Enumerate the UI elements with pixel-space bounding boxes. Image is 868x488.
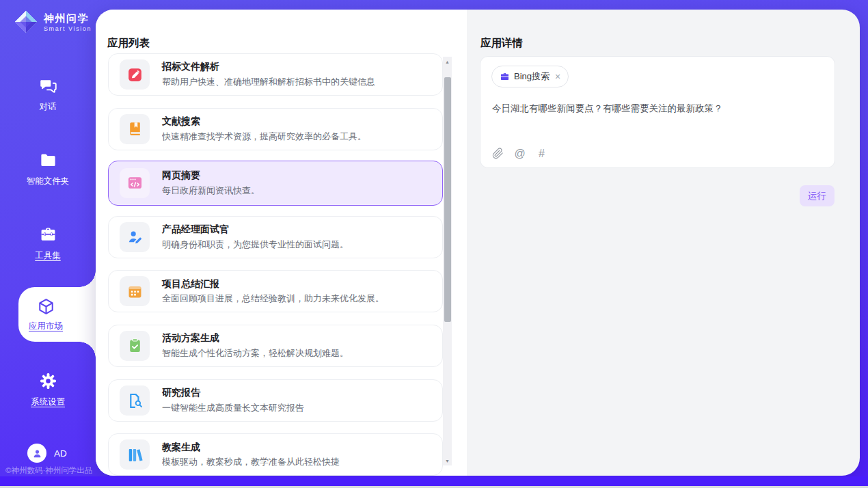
bottom-bar xyxy=(0,476,868,486)
research-report-icon xyxy=(126,392,144,409)
chat-bubbles-icon xyxy=(39,77,57,95)
app-card-title: 项目总结汇报 xyxy=(162,277,384,291)
literature-book-icon xyxy=(126,120,144,137)
brand-subtitle: Smart Vision xyxy=(44,25,92,32)
sidebar-item-label: 智能文件夹 xyxy=(27,176,70,187)
brand-logo: 神州问学 Smart Vision xyxy=(13,9,92,35)
app-card-desc: 明确身份和职责，为您提供专业性的面试问题。 xyxy=(162,238,349,252)
user-initials: AD xyxy=(54,448,67,459)
app-list-title: 应用列表 xyxy=(107,36,150,51)
webpage-icon xyxy=(126,174,144,191)
app-card[interactable]: 文献搜索 快速精准查找学术资源，提高研究效率的必备工具。 xyxy=(108,108,443,150)
app-card-title: 招标文件解析 xyxy=(162,60,375,74)
activity-clipboard-icon xyxy=(126,337,144,354)
app-card-desc: 帮助用户快速、准确地理解和解析招标书中的关键信息 xyxy=(162,75,375,89)
app-card-title: 网页摘要 xyxy=(162,169,260,182)
toolbox-icon xyxy=(39,226,57,244)
app-card-title: 产品经理面试官 xyxy=(162,223,349,236)
app-icon-tile xyxy=(120,59,150,90)
app-card-desc: 全面回顾项目进展，总结经验教训，助力未来优化发展。 xyxy=(162,292,384,306)
app-card-desc: 智能生成个性化活动方案，轻松解决规划难题。 xyxy=(162,347,349,360)
summary-calendar-icon xyxy=(126,283,144,300)
briefcase-icon xyxy=(500,72,510,82)
app-card[interactable]: 研究报告 一键智能生成高质量长文本研究报告 xyxy=(108,379,443,422)
content-area: 应用列表 招标文件解析 帮助用户快速、准确地理解和解析招标书中的关键信息 文献搜… xyxy=(96,10,860,476)
app-detail-panel: 应用详情 Bing搜索 × 今日湖北有哪些新闻要点？有哪些需要关注的最新政策？ … xyxy=(467,10,860,476)
sidebar-item-label: 对话 xyxy=(40,101,57,113)
app-card[interactable]: 招标文件解析 帮助用户快速、准确地理解和解析招标书中的关键信息 xyxy=(108,53,443,96)
app-card[interactable]: 教案生成 模板驱动，教案秒成，教学准备从此轻松快捷 xyxy=(108,433,443,476)
sidebar: 神州问学 Smart Vision 对话 智能文件夹 工具集 应用市场 系统设置 xyxy=(0,0,96,476)
close-icon[interactable]: × xyxy=(555,72,560,81)
brand-name: 神州问学 xyxy=(44,12,92,25)
active-tab-notch-bottom xyxy=(79,342,96,358)
app-card-desc: 每日政府新闻资讯快查。 xyxy=(162,184,260,198)
sidebar-item-system-settings[interactable]: 系统设置 xyxy=(0,372,96,408)
scrollbar-up-button[interactable]: ▲ xyxy=(443,57,452,66)
scrollbar-thumb[interactable] xyxy=(444,77,451,322)
app-card[interactable]: 项目总结汇报 全面回顾项目进展，总结经验教训，助力未来优化发展。 xyxy=(108,270,443,312)
app-icon-tile xyxy=(120,114,150,144)
lesson-books-icon xyxy=(126,446,144,463)
prompt-input-card[interactable]: Bing搜索 × 今日湖北有哪些新闻要点？有哪些需要关注的最新政策？ @ # xyxy=(480,56,835,168)
sidebar-item-label: 应用市场 xyxy=(29,321,63,332)
brand-diamond-icon xyxy=(13,9,39,35)
scrollbar-down-button[interactable]: ▼ xyxy=(443,456,452,465)
app-icon-tile xyxy=(120,276,150,306)
sidebar-item-chat[interactable]: 对话 xyxy=(0,77,96,113)
avatar-person-icon xyxy=(31,448,43,459)
hash-icon[interactable]: # xyxy=(536,148,547,159)
cube-box-icon xyxy=(37,297,55,316)
app-detail-title: 应用详情 xyxy=(480,36,523,51)
app-icon-tile xyxy=(120,439,150,470)
app-icon-tile xyxy=(120,331,150,361)
folder-icon xyxy=(39,151,57,170)
scrollbar[interactable]: ▲ ▼ xyxy=(443,57,452,465)
app-card-list: 招标文件解析 帮助用户快速、准确地理解和解析招标书中的关键信息 文献搜索 快速精… xyxy=(108,53,443,476)
app-card[interactable]: 活动方案生成 智能生成个性化活动方案，轻松解决规划难题。 xyxy=(108,325,443,367)
active-tab-notch-top xyxy=(79,271,96,287)
tool-chip-bing-search[interactable]: Bing搜索 × xyxy=(491,66,569,87)
tool-chip-label: Bing搜索 xyxy=(514,70,550,83)
app-icon-tile xyxy=(120,222,150,252)
app-icon-tile xyxy=(120,168,150,198)
app-card-title: 研究报告 xyxy=(162,386,304,400)
app-icon-tile xyxy=(120,385,150,416)
run-button[interactable]: 运行 xyxy=(800,185,835,206)
tender-doc-icon xyxy=(126,66,144,83)
app-card-title: 活动方案生成 xyxy=(162,331,349,345)
app-card-desc: 模板驱动，教案秒成，教学准备从此轻松快捷 xyxy=(162,455,340,469)
sidebar-item-smart-folder[interactable]: 智能文件夹 xyxy=(0,151,96,187)
app-list-panel: 应用列表 招标文件解析 帮助用户快速、准确地理解和解析招标书中的关键信息 文献搜… xyxy=(96,10,467,476)
input-toolbar: @ # xyxy=(492,148,547,159)
sidebar-item-label: 系统设置 xyxy=(31,396,65,408)
app-card[interactable]: 网页摘要 每日政府新闻资讯快查。 xyxy=(108,161,443,206)
at-icon[interactable]: @ xyxy=(514,148,526,159)
sidebar-item-app-market[interactable]: 应用市场 xyxy=(18,287,96,342)
user-account[interactable]: AD xyxy=(27,444,67,463)
gear-icon xyxy=(39,372,57,390)
sidebar-item-toolset[interactable]: 工具集 xyxy=(0,226,96,262)
avatar xyxy=(27,444,46,463)
app-card[interactable]: 产品经理面试官 明确身份和职责，为您提供专业性的面试问题。 xyxy=(108,216,443,258)
app-card-desc: 一键智能生成高质量长文本研究报告 xyxy=(162,401,304,415)
app-card-title: 文献搜索 xyxy=(162,115,366,128)
copyright-text: ©神州数码·神州问学出品 xyxy=(5,465,92,476)
app-card-title: 教案生成 xyxy=(162,441,340,455)
main-background: 神州问学 Smart Vision 对话 智能文件夹 工具集 应用市场 系统设置 xyxy=(0,0,868,476)
interviewer-icon xyxy=(126,228,144,245)
prompt-text-input[interactable]: 今日湖北有哪些新闻要点？有哪些需要关注的最新政策？ xyxy=(492,102,822,116)
app-card-desc: 快速精准查找学术资源，提高研究效率的必备工具。 xyxy=(162,130,366,144)
sidebar-item-label: 工具集 xyxy=(35,250,61,262)
paperclip-icon[interactable] xyxy=(492,148,504,159)
